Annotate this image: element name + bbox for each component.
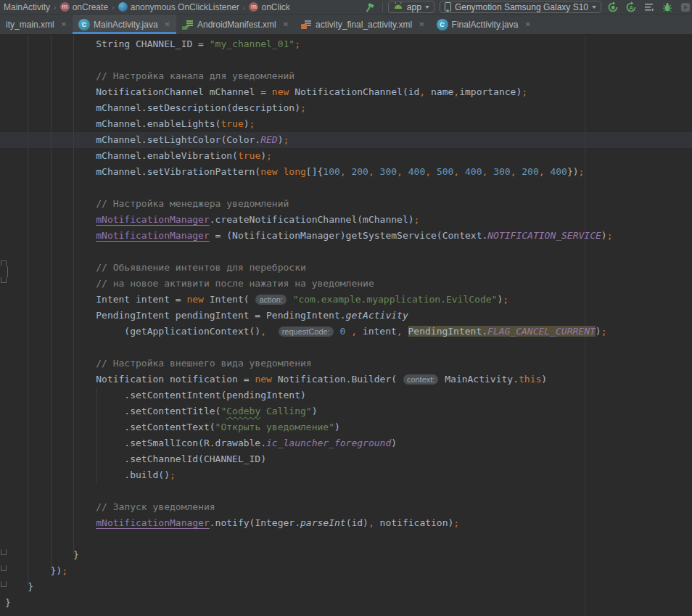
code-token: // Настройка внешнего вида уведомления xyxy=(5,358,312,369)
code-token: ; xyxy=(579,166,585,177)
code-line[interactable]: .setChannelId(CHANNEL_ID) xyxy=(5,451,692,467)
code-token: ic_launcher_foreground xyxy=(266,438,391,448)
code-token: ; xyxy=(503,294,508,305)
debug-icon[interactable] xyxy=(661,1,674,14)
code-line[interactable]: NotificationChannel mChannel = new Notif… xyxy=(5,84,692,100)
tab-activity_final_acttivity.xml[interactable]: activity_final_acttivity.xml✕ xyxy=(294,15,431,34)
code-line[interactable]: // Запуск уведомления xyxy=(5,499,692,515)
breadcrumb-item[interactable]: anonymous OnClickListener xyxy=(116,2,242,12)
code-line[interactable]: .setSmallIcon(R.drawable.ic_launcher_for… xyxy=(5,435,692,451)
close-tab-icon[interactable]: ✕ xyxy=(419,20,424,28)
code-line[interactable]: // Настройка внешнего вида уведомления xyxy=(5,356,692,371)
code-token: mNotificationManager xyxy=(96,214,210,225)
code-line[interactable]: // на новое активити после нажатия на ув… xyxy=(5,276,692,292)
code-line[interactable] xyxy=(5,244,692,260)
code-line[interactable]: } xyxy=(5,595,692,611)
code-token: true xyxy=(238,150,260,161)
code-line[interactable]: mChannel.setLightColor(Color.RED); xyxy=(5,132,692,148)
code-line[interactable]: PendingIntent pendingIntent = PendingInt… xyxy=(5,308,692,324)
attach-debugger-icon[interactable] xyxy=(679,1,692,14)
code-line[interactable] xyxy=(5,531,692,547)
code-line[interactable] xyxy=(5,180,692,196)
build-hammer-icon[interactable] xyxy=(364,1,377,14)
code-line[interactable]: } xyxy=(5,547,692,563)
code-line[interactable]: .setContentText("Открыть уведомление") xyxy=(5,419,692,435)
code-token: ; xyxy=(300,102,306,113)
code-token: 500 xyxy=(437,166,453,177)
code-line[interactable]: mChannel.enableVibration(true); xyxy=(5,148,692,164)
code-line[interactable]: (getApplicationContext(), requestCode: 0… xyxy=(5,324,692,340)
code-line[interactable] xyxy=(5,483,692,499)
code-token: intent xyxy=(357,326,397,337)
breadcrumb-separator: › xyxy=(112,3,115,12)
code-line[interactable]: } xyxy=(5,579,692,595)
code-token: new xyxy=(255,374,271,385)
code-line[interactable]: mChannel.setDescription(description); xyxy=(5,100,692,116)
code-line[interactable]: // Настройка канала для уведомлений xyxy=(5,68,692,84)
code-token: // на новое активити после нажатия на ув… xyxy=(5,278,374,289)
apply-code-changes-icon[interactable]: A xyxy=(625,1,638,14)
code-line[interactable] xyxy=(5,340,692,356)
close-tab-icon[interactable]: ✕ xyxy=(283,20,289,28)
code-editor[interactable]: String CHANNEL_ID = "my_channel_01"; // … xyxy=(0,35,692,616)
code-token: ; xyxy=(414,214,420,225)
code-line[interactable]: // Обьявление интентов для переброски xyxy=(5,260,692,276)
breadcrumb-item[interactable]: monClick xyxy=(247,2,292,12)
apply-changes-restart-icon[interactable] xyxy=(606,1,619,14)
code-line[interactable]: String CHANNEL_ID = "my_channel_01"; xyxy=(5,36,692,52)
code-token: mChannel.enableLights( xyxy=(5,118,221,129)
code-line[interactable]: }); xyxy=(5,563,692,579)
code-token: .setContentText( xyxy=(5,422,215,432)
java-class-file-icon: C xyxy=(78,19,90,30)
code-token: "com.example.myapplication.EvilCode" xyxy=(293,294,498,305)
code-token: ) xyxy=(541,374,547,385)
code-line[interactable]: .setContentTitle("Codeby Calling") xyxy=(5,403,692,419)
parameter-hint: action: xyxy=(255,295,286,305)
close-tab-icon[interactable]: ✕ xyxy=(61,20,67,28)
editor-tabs: ity_main.xml✕CMainActivity.java✕MFAndroi… xyxy=(0,15,692,34)
code-token: new xyxy=(272,86,289,97)
code-token xyxy=(459,166,465,177)
code-line[interactable] xyxy=(5,52,692,68)
code-line[interactable]: mChannel.setVibrationPattern(new long[]{… xyxy=(5,164,692,180)
tab-label: AndroidManifest.xml xyxy=(197,20,276,30)
run-config-selector[interactable]: app xyxy=(388,1,434,13)
code-token: .notify(Integer. xyxy=(210,517,300,528)
code-line[interactable]: .build(); xyxy=(5,467,692,483)
code-token: "my_channel_01" xyxy=(210,38,294,49)
device-selector[interactable]: Genymotion Samsung Galaxy S10 xyxy=(440,1,601,13)
code-token: ; xyxy=(294,38,300,49)
code-line[interactable]: // Настройка менеджера уведомлений xyxy=(5,196,692,212)
code-line[interactable]: Notification notification = new Notifica… xyxy=(5,371,692,387)
code-token: , xyxy=(340,166,346,177)
code-token: new xyxy=(260,166,277,177)
breadcrumb-item[interactable]: monCreate xyxy=(58,2,110,12)
tab-FinalActtivity.java[interactable]: CFinalActtivity.java✕ xyxy=(431,15,537,34)
device-phone-icon xyxy=(445,2,451,12)
code-token: } xyxy=(5,597,11,608)
code-line[interactable]: mNotificationManager.createNotificationC… xyxy=(5,212,692,228)
code-token xyxy=(278,166,284,177)
code-token: } xyxy=(5,581,33,592)
code-token: "Открыть уведомление" xyxy=(215,422,334,432)
code-token: Notification.Builder( xyxy=(272,374,403,385)
code-token: this xyxy=(519,374,541,385)
code-line[interactable]: mChannel.enableLights(true); xyxy=(5,116,692,132)
breadcrumb-item[interactable]: MainActivity xyxy=(1,2,52,12)
profiler-list-icon[interactable] xyxy=(643,1,656,14)
close-tab-icon[interactable]: ✕ xyxy=(524,20,530,28)
code-token: .setChannelId(CHANNEL_ID) xyxy=(5,453,266,464)
close-tab-icon[interactable]: ✕ xyxy=(165,20,170,28)
tab-AndroidManifest.xml[interactable]: MFAndroidManifest.xml✕ xyxy=(176,15,294,34)
code-token: 400 xyxy=(550,166,567,177)
code-token: , xyxy=(419,86,425,97)
code-line[interactable]: .setContentIntent(pendingIntent) xyxy=(5,387,692,403)
tab-MainActivity.java[interactable]: CMainActivity.java✕ xyxy=(73,15,176,34)
code-token: Notification notification = xyxy=(5,374,255,385)
code-line[interactable]: mNotificationManager.notify(Integer.pars… xyxy=(5,515,692,531)
tab-ity_main.xml[interactable]: ity_main.xml✕ xyxy=(0,15,73,34)
code-line[interactable]: mNotificationManager = (NotificationMana… xyxy=(5,228,692,244)
code-token: .createNotificationChannel(mChannel) xyxy=(210,214,414,225)
code-token: getActivity xyxy=(346,310,408,321)
code-line[interactable]: Intent intent = new Intent( action: "com… xyxy=(5,292,692,308)
